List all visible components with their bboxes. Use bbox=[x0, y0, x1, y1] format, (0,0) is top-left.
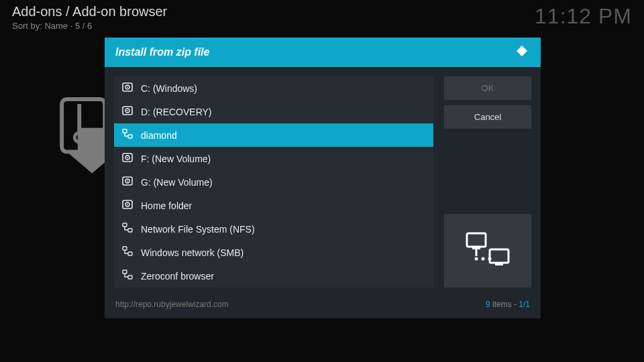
dialog-title: Install from zip file bbox=[115, 46, 209, 58]
network-icon bbox=[122, 269, 133, 282]
file-item-label: C: (Windows) bbox=[141, 83, 197, 94]
network-share-icon bbox=[464, 231, 511, 271]
drive-icon bbox=[122, 82, 133, 95]
file-item[interactable]: D: (RECOVERY) bbox=[114, 100, 433, 123]
drive-icon bbox=[122, 176, 133, 188]
svg-point-8 bbox=[127, 110, 128, 111]
sort-line: Sort by: Name · 5 / 6 bbox=[12, 21, 167, 31]
svg-rect-22 bbox=[123, 247, 127, 250]
svg-point-32 bbox=[488, 257, 492, 261]
svg-rect-29 bbox=[495, 263, 503, 265]
install-zip-dialog: Install from zip file C: (Windows)D: (RE… bbox=[105, 38, 541, 318]
ok-button[interactable]: OK bbox=[444, 76, 531, 100]
drive-icon bbox=[122, 105, 133, 118]
file-item[interactable]: Windows network (SMB) bbox=[114, 241, 433, 264]
file-item[interactable]: Zeroconf browser bbox=[114, 264, 433, 288]
svg-rect-10 bbox=[128, 135, 132, 138]
svg-point-30 bbox=[475, 257, 478, 261]
drive-icon bbox=[122, 199, 133, 212]
file-item-label: D: (RECOVERY) bbox=[141, 107, 212, 117]
file-item-label: G: (New Volume) bbox=[141, 177, 213, 188]
file-item-label: Home folder bbox=[141, 200, 192, 211]
dialog-side-column: OK Cancel bbox=[444, 76, 531, 288]
file-item-label: diamond bbox=[141, 130, 177, 141]
file-item[interactable]: C: (Windows) bbox=[114, 76, 433, 100]
svg-rect-20 bbox=[123, 223, 127, 227]
svg-point-13 bbox=[127, 157, 128, 158]
preview-thumbnail bbox=[444, 214, 531, 288]
dialog-header: Install from zip file bbox=[105, 38, 541, 67]
drive-icon bbox=[122, 152, 133, 165]
file-item[interactable]: F: (New Volume) bbox=[114, 147, 433, 170]
svg-rect-27 bbox=[472, 247, 480, 249]
svg-rect-25 bbox=[128, 276, 132, 279]
breadcrumb: Add-ons / Add-on browser Sort by: Name ·… bbox=[12, 4, 167, 31]
svg-rect-23 bbox=[128, 252, 132, 255]
svg-point-16 bbox=[127, 180, 128, 182]
cancel-button[interactable]: Cancel bbox=[444, 105, 531, 129]
footer-url: http://repo.rubyjewelwizard.com bbox=[115, 300, 229, 309]
file-list[interactable]: C: (Windows)D: (RECOVERY)diamondF: (New … bbox=[114, 76, 433, 288]
svg-point-19 bbox=[127, 204, 128, 205]
svg-rect-28 bbox=[490, 249, 508, 263]
svg-rect-26 bbox=[467, 233, 486, 247]
svg-rect-24 bbox=[123, 270, 127, 274]
file-item[interactable]: G: (New Volume) bbox=[114, 170, 433, 194]
file-item[interactable]: Home folder bbox=[114, 194, 433, 217]
footer-pager: 9 items - 1/1 bbox=[486, 300, 530, 309]
kodi-logo-icon bbox=[514, 44, 530, 60]
network-icon bbox=[122, 223, 133, 235]
file-item[interactable]: Network File System (NFS) bbox=[114, 217, 433, 241]
file-item-label: Network File System (NFS) bbox=[141, 224, 255, 235]
breadcrumb-title: Add-ons / Add-on browser bbox=[12, 4, 167, 19]
network-icon bbox=[122, 246, 133, 259]
file-item-label: Windows network (SMB) bbox=[141, 247, 244, 258]
dialog-footer: http://repo.rubyjewelwizard.com 9 items … bbox=[105, 293, 541, 318]
clock: 11:12 PM bbox=[535, 4, 632, 29]
svg-rect-9 bbox=[123, 129, 127, 133]
svg-point-5 bbox=[127, 86, 128, 88]
top-bar: Add-ons / Add-on browser Sort by: Name ·… bbox=[12, 4, 632, 31]
svg-point-31 bbox=[482, 257, 485, 261]
network-icon bbox=[122, 129, 133, 141]
file-item-label: F: (New Volume) bbox=[141, 154, 211, 164]
file-item-label: Zeroconf browser bbox=[141, 271, 214, 282]
svg-rect-21 bbox=[128, 229, 132, 232]
file-item[interactable]: diamond bbox=[114, 123, 433, 147]
